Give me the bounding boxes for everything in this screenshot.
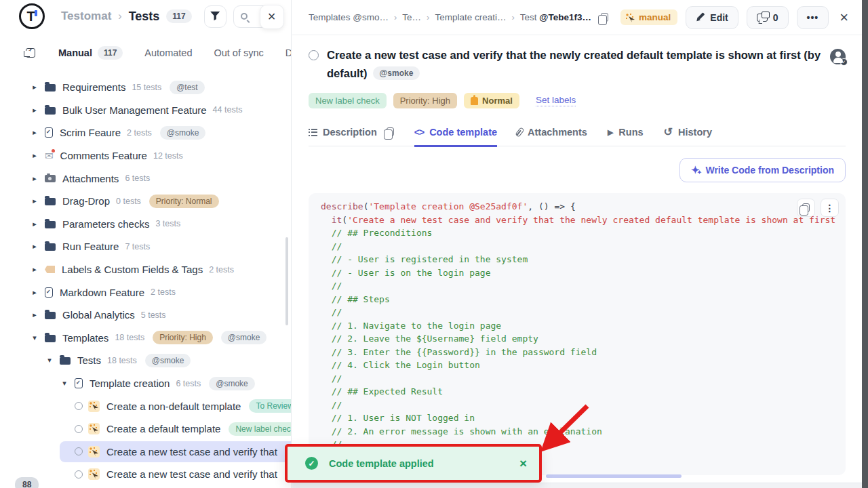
tree-folder-item[interactable]: Tests18 tests@smoke bbox=[0, 349, 292, 372]
manual-count-badge: 117 bbox=[98, 46, 123, 60]
tree-folder-item[interactable]: Markdown Feature2 tests bbox=[0, 281, 292, 304]
tag-icon bbox=[45, 266, 55, 273]
code-line: // 2. Leave the ${Username} field empty bbox=[321, 332, 846, 346]
chevron-right-icon[interactable] bbox=[30, 197, 39, 205]
chevron-right-icon[interactable] bbox=[30, 220, 39, 228]
chevron-right-icon[interactable] bbox=[30, 83, 39, 92]
chevron-right-icon[interactable] bbox=[30, 310, 39, 319]
tree-folder-item[interactable]: Parameters checks3 tests bbox=[0, 213, 292, 236]
document-icon bbox=[75, 378, 83, 388]
chevron-down-icon[interactable] bbox=[60, 379, 69, 388]
write-code-from-description-button[interactable]: ✦✦Write Code from Description bbox=[679, 158, 846, 182]
set-labels-link[interactable]: Set labels bbox=[536, 95, 576, 106]
item-name: Requirements bbox=[62, 81, 125, 93]
chevron-down-icon[interactable] bbox=[30, 333, 39, 342]
folder-icon bbox=[45, 312, 56, 319]
chevron-right-icon[interactable] bbox=[30, 106, 39, 115]
close-search-button[interactable]: × bbox=[260, 5, 284, 29]
chevron-right-icon[interactable] bbox=[30, 151, 39, 160]
tab-code-template[interactable]: <>Code template bbox=[414, 127, 497, 147]
breadcrumb-templates[interactable]: Templates @smo… bbox=[309, 12, 389, 22]
tree-folder-item[interactable]: Requirements15 tests@test bbox=[0, 76, 292, 99]
copy-description-icon[interactable] bbox=[387, 127, 394, 136]
tree-test-item[interactable]: Create a non-default templateTo Review bbox=[0, 394, 292, 418]
close-panel-button[interactable]: × bbox=[840, 10, 848, 25]
tree-folder-item[interactable]: Attachments6 tests bbox=[0, 167, 292, 190]
item-test-count: 15 tests bbox=[132, 83, 161, 92]
test-status-circle-icon[interactable] bbox=[309, 50, 319, 60]
labels-row: New label check Priority: High Normal Se… bbox=[292, 84, 862, 108]
document-icon bbox=[45, 287, 53, 298]
tree-folder-item[interactable]: Run Feature7 tests bbox=[0, 235, 292, 258]
tab-out-of-sync[interactable]: Out of sync bbox=[214, 47, 263, 58]
assignee-avatar[interactable]: ✓ bbox=[830, 49, 846, 64]
label-priority-high: Priority: High bbox=[393, 93, 457, 108]
breadcrumb-template-creation[interactable]: Template creati… bbox=[435, 12, 506, 22]
test-circle-icon[interactable] bbox=[75, 447, 83, 455]
tree-folder-item[interactable]: Scrim Feaure2 tests@smoke bbox=[0, 121, 292, 144]
toast-close-button[interactable]: × bbox=[519, 456, 527, 471]
select-all-icon[interactable] bbox=[26, 48, 35, 58]
toast-message: Code template applied bbox=[329, 458, 434, 469]
copy-code-button[interactable] bbox=[797, 199, 815, 217]
test-circle-icon[interactable] bbox=[75, 470, 83, 479]
bottom-strip bbox=[292, 483, 862, 488]
tree-folder-item[interactable]: Templates18 testsPriority: High@smoke bbox=[0, 327, 292, 350]
tab-automated[interactable]: Automated bbox=[144, 47, 192, 58]
item-name: Bulk User Management Feature bbox=[62, 104, 207, 116]
breadcrumb-tests[interactable]: Te… bbox=[402, 12, 421, 22]
tree-test-item[interactable]: Create a default templateNew label check bbox=[0, 418, 292, 441]
edit-button[interactable]: Edit bbox=[686, 6, 738, 29]
tree-test-item[interactable]: Create a new test case and verify that bbox=[0, 463, 292, 486]
chevron-right-icon[interactable] bbox=[30, 265, 39, 274]
tab-manual[interactable]: Manual117 bbox=[58, 46, 123, 60]
search-input[interactable]: × bbox=[233, 5, 282, 28]
comments-button[interactable]: 0 bbox=[747, 6, 789, 29]
breadcrumb-current-test[interactable]: Test @Tebe1f3… bbox=[520, 12, 591, 22]
copy-test-id-icon[interactable] bbox=[601, 13, 608, 22]
kebab-menu-icon: ⋮ bbox=[825, 203, 835, 214]
chevron-right-icon[interactable] bbox=[30, 288, 39, 297]
test-circle-icon[interactable] bbox=[75, 425, 83, 433]
item-name: Template creation bbox=[90, 378, 170, 389]
code-menu-button[interactable]: ⋮ bbox=[821, 199, 839, 217]
testomat-logo-icon[interactable]: T bbox=[19, 3, 45, 29]
code-editor[interactable]: describe('Template creation @Se25adf0f',… bbox=[309, 193, 846, 475]
tab-detached[interactable]: Detached bbox=[285, 47, 292, 58]
item-name: Create a non-default template bbox=[106, 401, 241, 412]
chevron-right-icon[interactable] bbox=[30, 174, 39, 183]
manual-icon bbox=[625, 12, 635, 22]
tree-folder-item[interactable]: Bulk User Management Feature44 tests bbox=[0, 99, 292, 122]
tab-history[interactable]: ↺History bbox=[664, 127, 712, 146]
comments-icon bbox=[757, 14, 768, 22]
item-name: Global Analytics bbox=[62, 309, 135, 321]
tree-folder-item[interactable]: ✉Comments Feature12 tests bbox=[0, 144, 292, 167]
tree-test-item[interactable]: Create a new test case and verify that bbox=[0, 441, 292, 464]
tree-folder-item[interactable]: Global Analytics5 tests bbox=[0, 304, 292, 327]
more-actions-button[interactable]: ••• bbox=[797, 6, 829, 29]
tab-attachments[interactable]: Attachments bbox=[517, 127, 587, 146]
item-test-count: 44 tests bbox=[213, 105, 243, 115]
code-toolbar: ⋮ bbox=[797, 199, 839, 217]
item-test-count: 6 tests bbox=[176, 379, 201, 388]
tree-folder-item[interactable]: Drag-Drop0 testsPriority: Normal bbox=[0, 190, 292, 213]
tree-folder-item[interactable]: Labels & Custom Fields & Tags2 tests bbox=[0, 258, 292, 281]
item-name: Create a default template bbox=[106, 423, 220, 434]
test-circle-icon[interactable] bbox=[75, 402, 83, 410]
brand-name[interactable]: Testomat bbox=[61, 9, 111, 23]
item-test-count: 2 tests bbox=[209, 265, 234, 274]
item-name: Run Feature bbox=[62, 241, 119, 252]
chevron-down-icon[interactable] bbox=[45, 356, 54, 365]
filter-button[interactable] bbox=[204, 5, 226, 28]
title-smoke-tag: @smoke bbox=[373, 66, 420, 80]
title-section: Create a new test case and verify that t… bbox=[292, 35, 862, 84]
code-line: // 1. User is NOT logged in bbox=[321, 411, 846, 425]
horizontal-scrollbar[interactable] bbox=[546, 474, 682, 478]
tree-folder-item[interactable]: Template creation6 tests@smoke bbox=[0, 372, 292, 395]
chevron-right-icon[interactable] bbox=[30, 128, 39, 137]
tab-runs[interactable]: ▶Runs bbox=[608, 127, 644, 146]
sidebar-scrollbar[interactable] bbox=[285, 237, 288, 325]
tab-description[interactable]: Description bbox=[309, 127, 377, 146]
chevron-right-icon[interactable] bbox=[30, 242, 39, 251]
manual-test-icon bbox=[88, 446, 100, 458]
